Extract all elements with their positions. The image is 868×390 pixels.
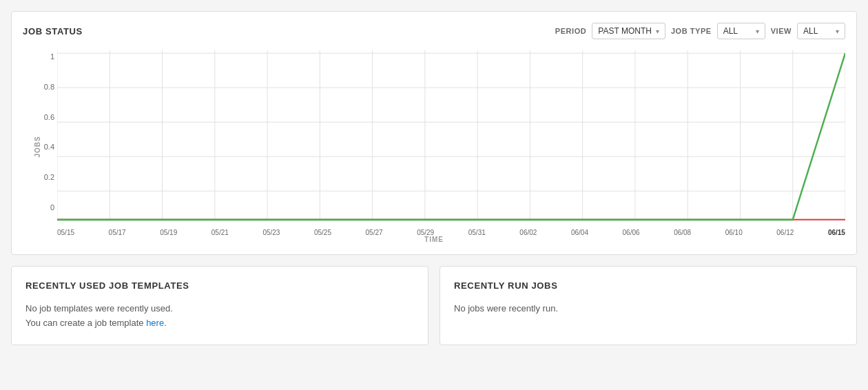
view-label: VIEW [771,27,792,35]
recent-jobs-empty-text: No jobs were recently run. [454,303,558,314]
bottom-row: RECENTLY USED JOB TEMPLATES No job templ… [11,266,857,345]
job-type-select[interactable]: ALL ▾ [717,23,765,39]
view-select[interactable]: ALL ▾ [797,23,845,39]
recent-jobs-card: RECENTLY RUN JOBS No jobs were recently … [440,266,857,345]
view-chevron-icon: ▾ [836,28,839,35]
job-status-card: JOB STATUS PERIOD PAST MONTH ▾ JOB TYPE … [11,11,857,255]
period-chevron-icon: ▾ [656,28,659,35]
period-select[interactable]: PAST MONTH ▾ [592,23,665,39]
filter-bar: PERIOD PAST MONTH ▾ JOB TYPE ALL ▾ VIEW … [555,23,845,39]
recent-jobs-title: RECENTLY RUN JOBS [454,280,843,291]
job-type-value: ALL [723,26,738,36]
x-axis-title: TIME [23,236,845,243]
y-label-1: 1 [50,53,54,61]
period-label: PERIOD [555,27,586,35]
job-status-title: JOB STATUS [23,26,83,37]
recent-templates-card: RECENTLY USED JOB TEMPLATES No job templ… [11,266,428,345]
y-label-04: 0.4 [44,143,54,151]
create-template-link[interactable]: here [146,318,164,328]
y-label-06: 0.6 [44,114,54,121]
recent-templates-body: No job templates were recently used. You… [25,302,414,331]
recent-templates-empty-line1: No job templates were recently used. [25,303,173,314]
recent-templates-title: RECENTLY USED JOB TEMPLATES [25,280,414,291]
job-type-chevron-icon: ▾ [756,28,759,35]
page: JOB STATUS PERIOD PAST MONTH ▾ JOB TYPE … [0,0,868,390]
chart-svg [57,50,845,223]
y-axis-labels: 1 0.8 0.6 0.4 0.2 0 [37,53,54,212]
period-punctuation: . [164,318,167,328]
view-value: ALL [803,26,818,36]
chart-container: JOBS 1 0.8 0.6 0.4 0.2 0 [23,50,845,243]
y-label-02: 0.2 [44,174,54,181]
recent-templates-empty-line2: You can create a job template [25,318,146,328]
period-value: PAST MONTH [598,26,652,36]
y-label-08: 0.8 [44,83,54,91]
chart-svg-container [57,50,845,223]
y-label-0: 0 [50,204,54,212]
recent-jobs-body: No jobs were recently run. [454,302,843,316]
job-type-label: JOB TYPE [671,27,712,35]
card-header: JOB STATUS PERIOD PAST MONTH ▾ JOB TYPE … [23,23,845,39]
